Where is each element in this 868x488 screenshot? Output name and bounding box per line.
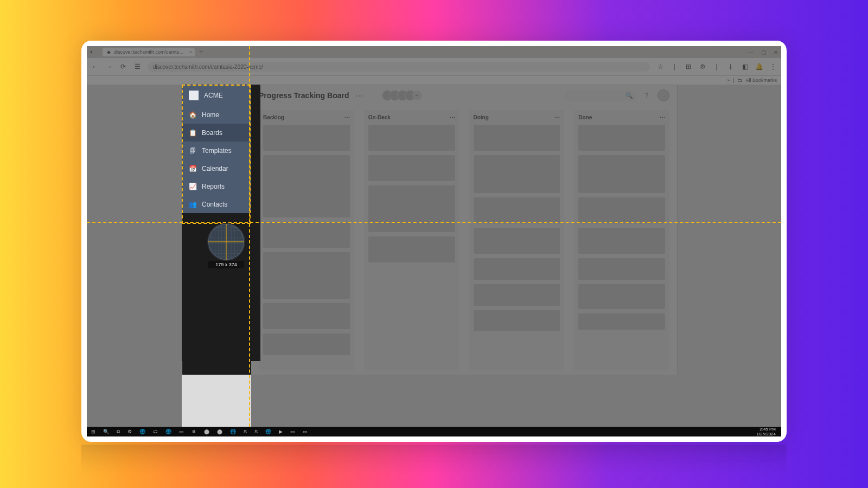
- taskbar-app-icon[interactable]: 🖥: [192, 429, 196, 434]
- org-logo-icon: [189, 91, 199, 100]
- reports-icon: 📈: [189, 183, 196, 190]
- taskbar-time: 2:45 PM: [756, 427, 776, 432]
- taskbar-app-icon[interactable]: ▶: [279, 429, 283, 434]
- capture-dim-mask: [87, 46, 781, 85]
- sidebar-item-label: Boards: [202, 129, 222, 137]
- taskbar-app-icon[interactable]: ⊞: [91, 429, 95, 434]
- sidebar-item-label: Home: [202, 111, 219, 119]
- calendar-icon: 📅: [189, 165, 196, 172]
- taskbar-app-icon[interactable]: 🔍: [103, 429, 109, 434]
- sidebar-item-label: Contacts: [202, 201, 227, 208]
- sidebar-item-calendar[interactable]: 📅 Calendar: [182, 159, 251, 177]
- taskbar-app-icon[interactable]: ⬤: [204, 429, 209, 434]
- sidebar-item-label: Templates: [202, 147, 232, 155]
- sidebar-item-boards[interactable]: 📋 Boards: [182, 124, 251, 142]
- clipboard-icon: 📋: [189, 129, 196, 137]
- taskbar-app-icon[interactable]: ⚙: [127, 429, 132, 434]
- frame-reflection: [81, 445, 787, 483]
- capture-dim-mask: [87, 85, 182, 427]
- windows-taskbar: ⊞🔍⧉⚙🌐🗂🌐▭🖥⬤⬤🌐SS🌐▶▭▭ 2:45 PM 1/25/2024: [87, 427, 781, 436]
- sidebar-item-label: Reports: [202, 183, 225, 190]
- taskbar-date: 1/25/2024: [756, 432, 776, 436]
- taskbar-app-icon[interactable]: S: [254, 429, 258, 434]
- taskbar-clock[interactable]: 2:45 PM 1/25/2024: [751, 427, 781, 436]
- home-icon: 🏠: [189, 111, 196, 119]
- sidebar-item-contacts[interactable]: 👥 Contacts: [182, 195, 251, 213]
- capture-magnifier[interactable]: 179 x 374: [208, 224, 244, 268]
- taskbar-app-icon[interactable]: ⧉: [117, 429, 120, 435]
- taskbar-app-icon[interactable]: ▭: [290, 429, 295, 434]
- org-name: ACME: [204, 92, 223, 99]
- screenshot-frame: ▾ ◆ discover.techsmith.com/camts… × + — …: [81, 41, 787, 442]
- magnifier-lens-icon: [208, 224, 244, 260]
- taskbar-app-icon[interactable]: ⬤: [217, 429, 222, 434]
- capture-crosshair-vertical: [249, 46, 250, 427]
- desktop-canvas: ▾ ◆ discover.techsmith.com/camts… × + — …: [87, 46, 781, 436]
- taskbar-app-icon[interactable]: S: [244, 429, 247, 434]
- sidebar-item-label: Calendar: [202, 165, 228, 172]
- org-switcher[interactable]: ACME: [182, 85, 251, 106]
- taskbar-app-icon[interactable]: ▭: [303, 429, 308, 434]
- taskbar-app-icon[interactable]: 🌐: [165, 429, 171, 434]
- capture-dim-mask: [251, 85, 781, 427]
- templates-icon: 🗐: [189, 147, 196, 155]
- taskbar-app-icon[interactable]: 🌐: [139, 429, 145, 434]
- sidebar-item-home[interactable]: 🏠 Home: [182, 106, 251, 124]
- sidebar-nav: 🏠 Home 📋 Boards 🗐 Templates 📅: [182, 106, 251, 213]
- capture-crosshair-horizontal: [87, 222, 781, 223]
- sidebar-item-reports[interactable]: 📈 Reports: [182, 177, 251, 195]
- taskbar-app-icon[interactable]: ▭: [179, 429, 184, 434]
- taskbar-icons: ⊞🔍⧉⚙🌐🗂🌐▭🖥⬤⬤🌐SS🌐▶▭▭: [87, 429, 308, 435]
- taskbar-app-icon[interactable]: 🌐: [230, 429, 236, 434]
- sidebar-item-templates[interactable]: 🗐 Templates: [182, 142, 251, 159]
- taskbar-app-icon[interactable]: 🌐: [265, 429, 271, 434]
- taskbar-app-icon[interactable]: 🗂: [153, 429, 158, 434]
- contacts-icon: 👥: [189, 201, 196, 208]
- capture-dimensions-label: 179 x 374: [208, 261, 244, 268]
